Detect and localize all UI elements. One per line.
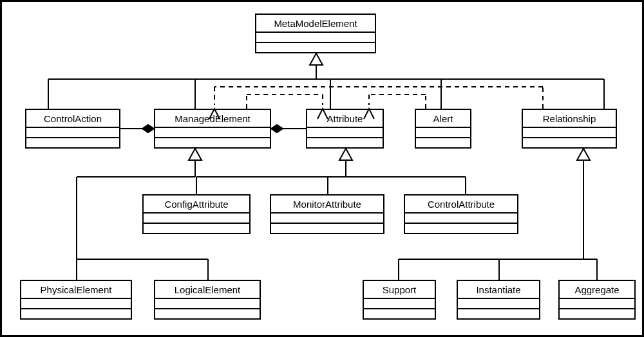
class-name: Aggregate — [560, 281, 634, 299]
class-ops — [307, 138, 383, 147]
class-attrs — [416, 128, 470, 138]
class-MetaModelElement: MetaModelElement — [255, 14, 376, 53]
class-Support: Support — [363, 280, 436, 320]
class-ops — [21, 309, 131, 318]
class-attrs — [271, 214, 383, 224]
class-ops — [458, 309, 539, 318]
svg-marker-25 — [142, 125, 154, 132]
class-MonitorAttribute: MonitorAttribute — [270, 194, 384, 234]
uml-diagram: MetaModelElement ControlAction ManagedEl… — [0, 0, 644, 337]
class-name: ControlAction — [26, 110, 119, 128]
class-ManagedElement: ManagedElement — [154, 109, 271, 149]
class-ops — [26, 138, 119, 147]
gen-to-MetaModelElement — [48, 53, 604, 109]
class-name: Attribute — [307, 110, 383, 128]
svg-marker-27 — [271, 125, 283, 132]
class-name: ManagedElement — [155, 110, 270, 128]
class-attrs — [144, 214, 249, 224]
class-name: Instantiate — [458, 281, 539, 299]
class-ControlAttribute: ControlAttribute — [404, 194, 518, 234]
class-ops — [155, 309, 260, 318]
class-name: LogicalElement — [155, 281, 260, 299]
class-ConfigAttribute: ConfigAttribute — [142, 194, 251, 234]
class-ops — [560, 309, 634, 318]
class-ops — [155, 138, 270, 147]
class-attrs — [26, 128, 119, 138]
class-name: MonitorAttribute — [271, 196, 383, 214]
class-Relationship: Relationship — [522, 109, 617, 149]
class-ops — [523, 138, 616, 147]
class-attrs — [21, 299, 131, 309]
class-ControlAction: ControlAction — [25, 109, 120, 149]
class-Attribute: Attribute — [306, 109, 384, 149]
class-ops — [416, 138, 470, 147]
class-Aggregate: Aggregate — [558, 280, 636, 320]
composition-ManagedElement-ControlAction — [120, 125, 154, 132]
class-attrs — [458, 299, 539, 309]
class-name: MetaModelElement — [256, 15, 375, 33]
class-Alert: Alert — [415, 109, 471, 149]
class-name: ConfigAttribute — [144, 196, 249, 214]
class-attrs — [523, 128, 616, 138]
class-attrs — [405, 214, 517, 224]
class-ops — [256, 43, 375, 52]
class-name: PhysicalElement — [21, 281, 131, 299]
composition-ManagedElement-Attribute — [271, 125, 306, 132]
class-attrs — [560, 299, 634, 309]
class-LogicalElement: LogicalElement — [154, 280, 261, 320]
class-Instantiate: Instantiate — [457, 280, 540, 320]
class-name: ControlAttribute — [405, 196, 517, 214]
class-name: Alert — [416, 110, 470, 128]
class-attrs — [155, 299, 260, 309]
class-ops — [405, 224, 517, 233]
class-PhysicalElement: PhysicalElement — [20, 280, 132, 320]
class-name: Relationship — [523, 110, 616, 128]
gen-to-Attribute — [196, 149, 466, 194]
class-name: Support — [364, 281, 435, 299]
class-attrs — [256, 33, 375, 43]
class-attrs — [155, 128, 270, 138]
class-ops — [271, 224, 383, 233]
class-ops — [144, 224, 249, 233]
class-attrs — [364, 299, 435, 309]
class-ops — [364, 309, 435, 318]
class-attrs — [307, 128, 383, 138]
